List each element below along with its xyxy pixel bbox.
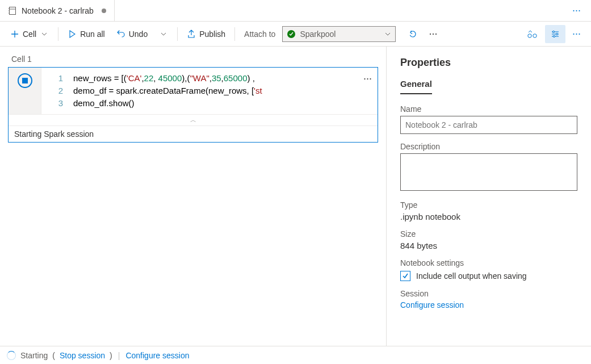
chevron-down-icon <box>385 32 391 36</box>
undo-button[interactable]: Undo <box>112 27 152 41</box>
check-circle-icon <box>287 30 295 38</box>
panel-more-button[interactable]: ··· <box>568 28 585 40</box>
properties-title: Properties <box>400 57 577 69</box>
configure-session-link-status[interactable]: Configure session <box>125 351 189 360</box>
run-all-button[interactable]: Run all <box>63 27 110 41</box>
description-label: Description <box>400 142 577 151</box>
size-value: 844 bytes <box>400 241 577 250</box>
cell-label: Cell 1 <box>11 55 378 64</box>
svg-point-8 <box>556 33 558 35</box>
publish-icon <box>187 30 196 39</box>
stop-icon <box>22 78 28 83</box>
code-cell[interactable]: 123 new_rows = [('CA',22, 45000),("WA",3… <box>8 67 378 143</box>
spinner-icon <box>7 351 16 360</box>
collapse-handle[interactable]: ︿ <box>9 114 378 125</box>
include-output-checkbox[interactable] <box>400 271 410 281</box>
session-label: Session <box>400 289 577 298</box>
check-icon <box>402 273 409 279</box>
sliders-icon <box>551 30 560 39</box>
settings-label: Notebook settings <box>400 258 577 267</box>
refresh-icon <box>408 30 417 39</box>
tab-more-button[interactable]: ··· <box>568 5 585 16</box>
tab-title: Notebook 2 - carlrab <box>22 6 94 15</box>
variables-icon <box>527 30 538 39</box>
cell-more-button[interactable]: ··· <box>363 72 372 85</box>
notebook-icon <box>8 6 17 15</box>
toolbar-more-button[interactable]: ··· <box>424 28 442 40</box>
type-value: .ipynb notebook <box>400 212 577 221</box>
status-bar: Starting (Stop session) | Configure sess… <box>0 346 591 364</box>
code-editor[interactable]: 123 new_rows = [('CA',22, 45000),("WA",3… <box>41 68 378 114</box>
stop-session-link[interactable]: Stop session <box>60 351 105 360</box>
name-input[interactable] <box>400 116 577 134</box>
sparkpool-select[interactable]: Sparkpool <box>282 26 396 42</box>
size-label: Size <box>400 229 577 239</box>
properties-button[interactable] <box>545 25 565 43</box>
svg-point-9 <box>553 35 555 37</box>
chevron-down-icon <box>40 30 49 39</box>
svg-rect-0 <box>10 7 16 14</box>
stop-cell-button[interactable] <box>18 73 32 88</box>
attach-to-label: Attach to <box>244 30 275 39</box>
refresh-button[interactable] <box>404 27 422 41</box>
variables-button[interactable] <box>522 25 543 43</box>
toolbar: Cell Run all Undo Publish Attach to Spar… <box>0 22 591 47</box>
document-tab[interactable]: Notebook 2 - carlrab <box>0 0 115 21</box>
name-label: Name <box>400 104 577 114</box>
redo-dropdown[interactable] <box>154 27 173 41</box>
play-icon <box>68 30 77 39</box>
line-numbers: 123 <box>41 72 73 110</box>
include-output-label: Include cell output when saving <box>416 271 527 281</box>
svg-point-5 <box>528 34 531 37</box>
type-label: Type <box>400 200 577 210</box>
svg-point-6 <box>533 34 536 37</box>
publish-button[interactable]: Publish <box>182 27 230 41</box>
configure-session-link[interactable]: Configure session <box>400 300 577 309</box>
status-text: Starting <box>20 351 48 360</box>
description-input[interactable] <box>400 153 577 191</box>
cell-status: Starting Spark session <box>9 125 378 142</box>
svg-point-7 <box>552 31 554 32</box>
plus-icon <box>10 30 19 39</box>
add-cell-button[interactable]: Cell <box>6 27 53 41</box>
tab-general[interactable]: General <box>400 79 432 94</box>
properties-panel: Properties General Name Description Type… <box>387 47 591 346</box>
chevron-down-icon <box>159 30 168 39</box>
code-content: new_rows = [('CA',22, 45000),("WA",35,65… <box>73 72 373 110</box>
undo-icon <box>116 30 125 39</box>
unsaved-indicator-icon <box>102 9 106 13</box>
